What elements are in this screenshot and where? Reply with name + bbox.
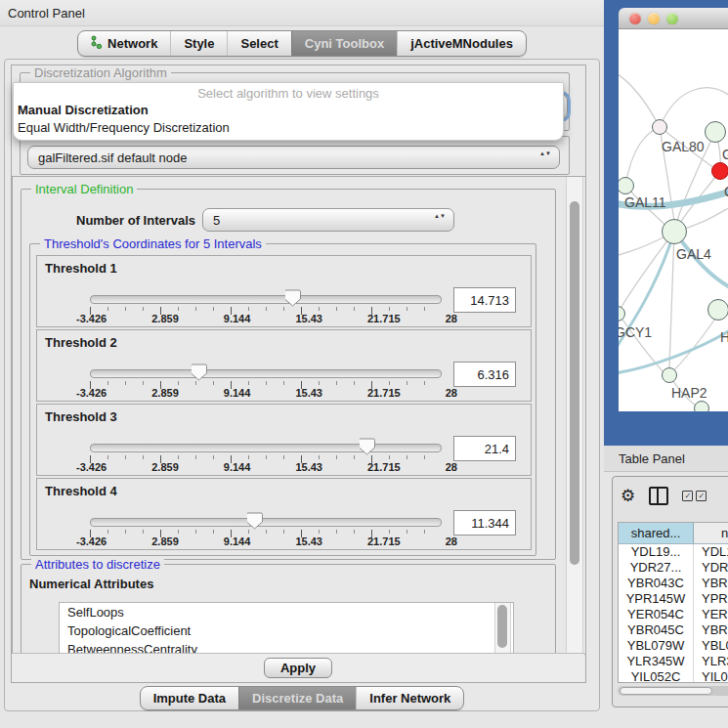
tab-label: Cyni Toolbox bbox=[305, 36, 384, 51]
tab-select[interactable]: Select bbox=[227, 31, 290, 56]
settings-scrollbar[interactable] bbox=[566, 177, 583, 654]
tab-impute-data[interactable]: Impute Data bbox=[141, 687, 238, 709]
table-row[interactable]: YDL19...YDL1 bbox=[619, 544, 728, 560]
scrollbar-thumb[interactable] bbox=[497, 605, 507, 648]
algorithm-dropdown-popup: Select algorithm to view settings Manual… bbox=[13, 82, 564, 141]
table-row[interactable]: YDR27...YDR2 bbox=[619, 560, 728, 576]
network-node-red[interactable] bbox=[711, 162, 728, 180]
checkbox-icon[interactable]: ✓ bbox=[696, 491, 707, 501]
network-node-h[interactable] bbox=[707, 299, 728, 321]
node-label-partial-g: G bbox=[722, 147, 728, 162]
slider-track[interactable] bbox=[90, 295, 442, 304]
cell-name[interactable]: YBL0 bbox=[694, 638, 728, 654]
node-label-gal4: GAL4 bbox=[676, 246, 711, 262]
network-canvas[interactable]: GAL80 G C GAL11 GAL4 GCY1 H HAP2 bbox=[619, 29, 728, 411]
tab-discretize-data[interactable]: Discretize Data bbox=[238, 687, 356, 709]
checkbox-icon[interactable]: ✓ bbox=[682, 491, 693, 501]
cell-shared-name[interactable]: YDR27... bbox=[619, 560, 694, 576]
tick-label: 28 bbox=[446, 535, 457, 547]
threshold-3-value-field[interactable]: 21.4 bbox=[453, 436, 516, 461]
top-tab-bar: Network Style Select Cyni Toolbox jActiv… bbox=[0, 30, 604, 57]
table-panel-toolbar: ⚙ ✓ ✓ bbox=[621, 487, 707, 505]
table-row[interactable]: YBR045CYBR0 bbox=[619, 622, 728, 638]
close-traffic-icon[interactable] bbox=[629, 13, 641, 24]
columns-icon[interactable] bbox=[649, 487, 668, 505]
table-row[interactable]: YLR345WYLR3 bbox=[619, 654, 728, 669]
table-panel-title: Table Panel bbox=[619, 451, 685, 466]
cell-name[interactable]: YDR2 bbox=[694, 560, 728, 576]
cell-shared-name[interactable]: YLR345W bbox=[619, 654, 694, 669]
table-data-combobox[interactable]: galFiltered.sif default node ▲▼ bbox=[27, 146, 560, 169]
threshold-2-value-field[interactable]: 6.316 bbox=[453, 362, 516, 387]
zoom-traffic-icon[interactable] bbox=[666, 13, 678, 24]
num-intervals-combobox[interactable]: 5 ▲▼ bbox=[202, 208, 454, 232]
network-node-gal4[interactable] bbox=[662, 219, 687, 244]
attributes-group: Attributes to discretize Numerical Attri… bbox=[21, 564, 556, 655]
network-node-topright[interactable] bbox=[705, 121, 726, 143]
tab-cyni-toolbox[interactable]: Cyni Toolbox bbox=[291, 31, 397, 56]
panel-title: Control Panel bbox=[8, 6, 85, 21]
tick-label: 28 bbox=[446, 313, 457, 324]
cell-shared-name[interactable]: YDL19... bbox=[619, 544, 694, 560]
tick-label: 15.43 bbox=[295, 387, 322, 399]
gear-icon[interactable]: ⚙ bbox=[621, 489, 635, 504]
tick-label: 21.715 bbox=[367, 387, 401, 399]
threshold-1-value-field[interactable]: 14.713 bbox=[453, 287, 516, 313]
table-rows: YDL19...YDL1YDR27...YDR2YBR043CYBR0YPR14… bbox=[619, 544, 728, 683]
tick-label: 15.43 bbox=[295, 461, 322, 473]
cell-shared-name[interactable]: YER054C bbox=[619, 607, 694, 622]
cell-name[interactable]: YLR3 bbox=[694, 654, 728, 669]
table-row[interactable]: YER054CYER0 bbox=[619, 607, 728, 622]
tab-label: Network bbox=[107, 36, 157, 51]
settings-scroll-area: Interval Definition Number of Intervals … bbox=[12, 176, 586, 655]
network-node-bottom[interactable] bbox=[694, 401, 709, 411]
table-row[interactable]: YBR043CYBR0 bbox=[619, 576, 728, 591]
column-header-shared[interactable]: shared... bbox=[619, 523, 694, 543]
cell-name[interactable]: YDL1 bbox=[694, 544, 728, 560]
network-node-hap2[interactable] bbox=[662, 367, 677, 383]
tab-style[interactable]: Style bbox=[170, 31, 227, 56]
node-label-gal80: GAL80 bbox=[662, 139, 705, 154]
table-row[interactable]: YBL079WYBL0 bbox=[619, 638, 728, 654]
interval-group-label: Interval Definition bbox=[31, 182, 137, 196]
scrollbar-thumb[interactable] bbox=[620, 687, 712, 695]
cell-name[interactable]: YBR0 bbox=[694, 576, 728, 591]
minimize-traffic-icon[interactable] bbox=[648, 13, 660, 24]
cell-name[interactable]: YBR0 bbox=[694, 622, 728, 638]
table-hscrollbar[interactable] bbox=[618, 686, 728, 696]
cell-shared-name[interactable]: YBL079W bbox=[619, 638, 694, 654]
slider-track[interactable] bbox=[90, 369, 442, 378]
attribute-item[interactable]: SelfLoops bbox=[60, 603, 513, 621]
column-header-name[interactable]: n bbox=[694, 523, 728, 543]
slider-track[interactable] bbox=[90, 518, 442, 527]
tab-jactivemnodules[interactable]: jActiveMNodules bbox=[397, 31, 526, 56]
cell-shared-name[interactable]: YBR045C bbox=[619, 622, 694, 638]
attributes-list[interactable]: SelfLoopsTopologicalCoefficientBetweenne… bbox=[59, 602, 514, 655]
cell-shared-name[interactable]: YPR145W bbox=[619, 591, 694, 607]
table-panel-titlebar: Table Panel bbox=[604, 446, 728, 472]
popup-option-manual[interactable]: Manual Discretization bbox=[14, 102, 563, 119]
cell-name[interactable]: YPR1 bbox=[694, 591, 728, 607]
slider-track[interactable] bbox=[90, 444, 442, 452]
popup-option-equal-width[interactable]: Equal Width/Frequency Discretization bbox=[14, 119, 563, 137]
attributes-list-scrollbar[interactable] bbox=[494, 603, 511, 655]
network-node-gal80[interactable] bbox=[652, 119, 667, 135]
attribute-item[interactable]: TopologicalCoefficient bbox=[60, 621, 513, 640]
numerical-attributes-label: Numerical Attributes bbox=[29, 577, 153, 591]
node-label-gcy1: GCY1 bbox=[619, 324, 652, 340]
apply-button[interactable]: Apply bbox=[264, 658, 332, 678]
threshold-1-label: Threshold 1 bbox=[45, 261, 117, 276]
tab-network[interactable]: Network bbox=[78, 31, 170, 56]
table-row[interactable]: YIL052CYIL0 bbox=[619, 669, 728, 683]
scrollbar-thumb[interactable] bbox=[570, 201, 579, 565]
threshold-2-label: Threshold 2 bbox=[45, 335, 117, 350]
cell-shared-name[interactable]: YIL052C bbox=[619, 669, 694, 683]
tab-infer-network[interactable]: Infer Network bbox=[356, 687, 463, 709]
cell-name[interactable]: YER0 bbox=[694, 607, 728, 622]
cell-name[interactable]: YIL0 bbox=[694, 669, 728, 683]
threshold-2-panel: Threshold 2 -3.4262.8599.14415.4321.7152… bbox=[36, 329, 532, 402]
threshold-4-value-field[interactable]: 11.344 bbox=[453, 510, 516, 535]
cell-shared-name[interactable]: YBR043C bbox=[619, 576, 694, 591]
table-row[interactable]: YPR145WYPR1 bbox=[619, 591, 728, 607]
table-panel-box: ⚙ ✓ ✓ shared... n YDL19...YDL1YDR27...YD… bbox=[612, 476, 728, 707]
